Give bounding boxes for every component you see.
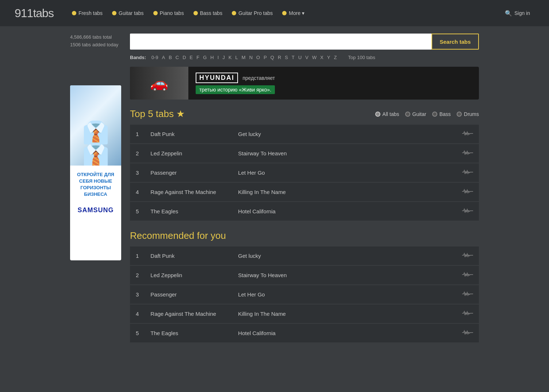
bands-letter-V[interactable]: V [304,54,310,61]
ad-banner[interactable]: 🚗 HYUNDAI представляет третью историю «Ж… [130,67,479,100]
bands-letter-X[interactable]: X [319,54,325,61]
bands-letter-A[interactable]: A [161,54,166,61]
rank-cell: 5 [130,324,145,342]
wave-cell [456,247,479,265]
bands-letter-R[interactable]: R [277,54,282,61]
bands-letter-S[interactable]: S [284,54,289,61]
wave-cell [456,163,479,182]
ad-car-image: 🚗 [130,67,188,100]
main-layout: 4,586,666 tabs total 1506 tabs added tod… [55,26,494,359]
wave-cell [456,125,479,143]
bands-letter-G[interactable]: G [202,54,208,61]
table-row[interactable]: 1 Daft Punk Get lucky [130,125,479,143]
bands-letter-0num9[interactable]: 0-9 [150,54,160,61]
bands-letter-C[interactable]: C [174,54,180,61]
bands-letter-W[interactable]: W [311,54,318,61]
filter-all-tabs[interactable]: All tabs [375,111,399,117]
waveform-icon [462,130,473,137]
nav-label-guitarpro: Guitar Pro tabs [238,10,273,16]
bands-row: Bands: 0-9ABCDEFGHIJKLMNOPQRSTUVWXYZTop … [130,54,479,61]
waveform-icon [462,168,473,176]
top100-link[interactable]: Top 100 tabs [348,55,375,60]
song-cell: Let Her Go [232,163,456,182]
bands-letter-Q[interactable]: Q [269,54,275,61]
bands-letter-I[interactable]: I [216,54,220,61]
artist-cell: Passenger [145,285,232,304]
table-row[interactable]: 1 Daft Punk Get lucky [130,247,479,265]
bands-letter-O[interactable]: O [255,54,261,61]
radio-guitar [405,112,410,117]
rank-cell: 4 [130,183,145,201]
top5-title: Top 5 tabs ★ [130,108,185,120]
ad-banner-text-block: HYUNDAI представляет третью историю «Жив… [188,73,479,94]
bands-letter-E[interactable]: E [189,54,194,61]
bands-letter-D[interactable]: D [181,54,187,61]
search-button[interactable]: Search tabs [431,34,479,50]
filter-drums[interactable]: Drums [457,111,479,117]
nav-bass-tabs[interactable]: Bass tabs [190,8,226,18]
nav-label-fresh: Fresh tabs [78,10,103,16]
bands-letter-T[interactable]: T [291,54,296,61]
nav-more-tabs[interactable]: More ▾ [279,8,308,18]
stats-today: 1506 tabs added today [70,41,121,49]
site-logo[interactable]: 911tabs [15,7,54,20]
table-row[interactable]: 4 Rage Against The Machine Killing In Th… [130,183,479,201]
wave-cell [456,304,479,323]
bands-letter-B[interactable]: B [168,54,173,61]
nav-fresh-tabs[interactable]: Fresh tabs [68,8,106,18]
bands-letter-L[interactable]: L [234,54,239,61]
bands-letter-K[interactable]: K [227,54,233,61]
artist-cell: Led Zeppelin [145,144,232,163]
nav-dot-piano [153,11,158,15]
recommended-title: Recommended for you [130,230,479,241]
waveform-icon [462,271,473,278]
rank-cell: 1 [130,247,145,265]
stats-block: 4,586,666 tabs total 1506 tabs added tod… [70,34,121,49]
filter-group: All tabs Guitar Bass Drums [375,111,479,117]
bands-letter-U[interactable]: U [297,54,303,61]
artist-cell: The Eagles [145,202,232,221]
nav-dot-fresh [72,11,76,15]
nav-dot-bass [193,11,198,15]
bands-letter-H[interactable]: H [209,54,215,61]
song-cell: Killing In The Name [232,304,456,323]
nav-piano-tabs[interactable]: Piano tabs [150,8,188,18]
rank-cell: 2 [130,144,145,163]
radio-bass [432,112,437,117]
table-row[interactable]: 3 Passenger Let Her Go [130,163,479,182]
table-row[interactable]: 5 The Eagles Hotel California [130,324,479,342]
filter-bass[interactable]: Bass [432,111,451,117]
table-row[interactable]: 3 Passenger Let Her Go [130,285,479,304]
bands-letter-separator [147,55,149,60]
filter-guitar[interactable]: Guitar [405,111,426,117]
table-row[interactable]: 2 Led Zeppelin Stairway To Heaven [130,144,479,163]
bands-letter-Y[interactable]: Y [326,54,331,61]
waveform-icon [462,310,473,317]
wave-cell [456,144,479,163]
waveform-icon [462,290,473,298]
rank-cell: 5 [130,202,145,221]
nav-guitarpro-tabs[interactable]: Guitar Pro tabs [228,8,276,18]
rank-cell: 2 [130,266,145,284]
bands-letter-P[interactable]: P [262,54,268,61]
table-row[interactable]: 4 Rage Against The Machine Killing In Th… [130,304,479,323]
bands-letter-Z[interactable]: Z [333,54,338,61]
search-input[interactable] [130,34,431,50]
song-cell: Get lucky [232,247,456,265]
table-row[interactable]: 5 The Eagles Hotel California [130,202,479,221]
bands-letter-N[interactable]: N [248,54,254,61]
song-cell: Let Her Go [232,285,456,304]
logo-word: tabs [33,7,53,20]
logo-number: 911 [15,7,33,20]
bands-letter-F[interactable]: F [195,54,200,61]
rank-cell: 3 [130,285,145,304]
table-row[interactable]: 2 Led Zeppelin Stairway To Heaven [130,266,479,284]
song-cell: Killing In The Name [232,183,456,201]
bands-letter-J[interactable]: J [221,54,226,61]
bands-label: Bands: [130,55,146,60]
search-row: Search tabs [130,34,479,50]
nav-guitar-tabs[interactable]: Guitar tabs [108,8,147,18]
sign-in-button[interactable]: 🔍 Sign in [500,8,534,19]
bands-letter-M[interactable]: M [241,54,247,61]
sidebar: 4,586,666 tabs total 1506 tabs added tod… [70,34,121,352]
